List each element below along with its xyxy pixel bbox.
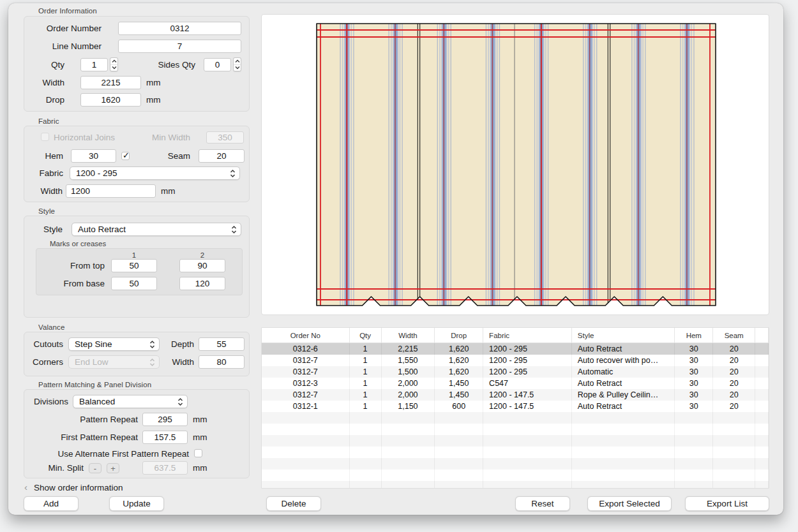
from-top-2-field[interactable]: 90 (179, 259, 225, 272)
table-cell (382, 469, 435, 481)
table-row[interactable]: 0312-711,5001,6201200 - 295Automatic3020 (262, 366, 769, 378)
hem-field[interactable]: 30 (71, 149, 116, 163)
valance-width-field[interactable]: 80 (199, 355, 245, 369)
column-header-qty[interactable]: Qty (350, 328, 382, 343)
table-cell (435, 481, 483, 489)
from-top-1-field[interactable]: 50 (111, 259, 157, 272)
min-width-field[interactable]: 350 (206, 131, 244, 144)
table-cell (675, 469, 713, 481)
min-split-increment-button[interactable]: + (107, 463, 119, 473)
table-cell (572, 458, 675, 469)
valance-section-title: Valance (38, 323, 64, 331)
table-cell: 600 (435, 401, 483, 412)
first-pattern-repeat-label: First Pattern Repeat (24, 431, 138, 444)
table-row[interactable]: 0312-312,0001,450C547Auto Retract3020 (262, 378, 769, 389)
table-cell (675, 447, 713, 458)
column-header-style[interactable]: Style (572, 328, 675, 343)
reset-button[interactable]: Reset (515, 496, 570, 511)
qty-field[interactable]: 1 (80, 58, 108, 71)
export-selected-button[interactable]: Export Selected (587, 496, 672, 511)
first-pattern-repeat-field[interactable]: 157.5 (142, 431, 188, 444)
style-dropdown-value: Auto Retract (78, 225, 230, 234)
fabric-width-field[interactable]: 1200 (66, 184, 156, 198)
add-button[interactable]: Add (24, 496, 79, 511)
line-number-field[interactable]: 7 (118, 40, 241, 53)
hem-checkbox[interactable] (121, 152, 130, 160)
delete-button[interactable]: Delete (266, 496, 321, 511)
table-cell: 1,620 (435, 355, 483, 366)
corners-dropdown[interactable]: End Low (68, 355, 160, 369)
column-header-seam[interactable]: Seam (713, 328, 755, 343)
table-cell: 0312-6 (262, 343, 350, 355)
horizontal-joins-checkbox[interactable] (41, 133, 49, 141)
table-cell: 30 (675, 366, 713, 378)
table-cell: 30 (675, 378, 713, 389)
column-header-fabric[interactable]: Fabric (483, 328, 572, 343)
fabric-label: Fabric (24, 166, 63, 180)
table-cell (262, 435, 350, 447)
width-unit: mm (146, 76, 161, 89)
marks-inner-box: 1 2 From top 50 90 From base 50 120 (36, 248, 243, 295)
table-cell: 2,215 (382, 343, 435, 355)
table-cell: 1,450 (435, 389, 483, 401)
column-header-drop[interactable]: Drop (435, 328, 483, 343)
use-alternate-checkbox[interactable] (194, 449, 202, 457)
min-split-field[interactable]: 637.5 (142, 461, 188, 475)
table-cell: 1,550 (382, 355, 435, 366)
column-header-hem[interactable]: Hem (675, 328, 713, 343)
qty-stepper[interactable] (110, 57, 118, 71)
table-cell (713, 435, 755, 447)
show-order-information-link[interactable]: ‹Show order information (24, 482, 123, 492)
column-header-width[interactable]: Width (382, 328, 435, 343)
divisions-dropdown[interactable]: Balanced (73, 395, 188, 408)
seam-field[interactable]: 20 (199, 149, 245, 163)
table-cell (350, 469, 382, 481)
table-cell (350, 481, 382, 489)
stepper-down-icon (112, 66, 117, 70)
hem-label: Hem (24, 149, 63, 163)
marks-or-creases-label: Marks or creases (50, 239, 139, 248)
table-row[interactable]: 0312-111,1506001200 - 147.5Auto Retract3… (262, 401, 769, 412)
sides-qty-stepper[interactable] (233, 57, 241, 71)
marks-col1-header: 1 (111, 251, 157, 260)
table-cell: 1,620 (435, 366, 483, 378)
from-base-2-field[interactable]: 120 (179, 277, 225, 290)
width-field[interactable]: 2215 (80, 76, 141, 89)
table-cell (755, 355, 769, 366)
min-split-decrement-button[interactable]: - (89, 463, 102, 473)
order-information-group: Order Number 0312 Line Number 7 Qty 1 Si… (24, 16, 250, 112)
table-row[interactable]: 0312-712,0001,4501200 - 147.5Rope & Pull… (262, 389, 769, 401)
fabric-dropdown-value: 1200 - 295 (76, 168, 229, 178)
cutouts-dropdown-value: Step Sine (75, 339, 149, 349)
column-header-spacer[interactable] (755, 328, 769, 343)
table-cell (262, 458, 350, 469)
table-header-row: Order NoQtyWidthDropFabricStyleHemSeam (262, 328, 769, 343)
table-cell (675, 481, 713, 489)
table-cell: 30 (675, 401, 713, 412)
table-cell (350, 435, 382, 447)
table-cell (755, 401, 769, 412)
style-dropdown[interactable]: Auto Retract (72, 223, 241, 236)
order-information-title: Order Information (38, 7, 97, 15)
table-cell (572, 447, 675, 458)
update-button[interactable]: Update (109, 496, 164, 511)
export-list-button[interactable]: Export List (685, 496, 769, 511)
sides-qty-field[interactable]: 0 (204, 58, 231, 71)
table-cell (713, 412, 755, 424)
order-number-field[interactable]: 0312 (118, 22, 241, 35)
fabric-dropdown[interactable]: 1200 - 295 (70, 166, 240, 180)
depth-field[interactable]: 55 (199, 337, 245, 351)
table-row[interactable]: 0312-612,2151,6201200 - 295Auto Retract3… (262, 343, 769, 355)
depth-label: Depth (162, 337, 194, 351)
table-row[interactable]: 0312-711,5501,6201200 - 295Auto recover … (262, 355, 769, 366)
table-cell (350, 412, 382, 424)
drop-field[interactable]: 1620 (80, 93, 141, 107)
column-header-order-no[interactable]: Order No (262, 328, 350, 343)
table-cell: 0312-7 (262, 355, 350, 366)
from-base-1-field[interactable]: 50 (111, 277, 157, 290)
cutouts-dropdown[interactable]: Step Sine (68, 337, 160, 351)
table-cell: 1200 - 295 (483, 355, 572, 366)
fabric-width-label: Width (24, 184, 63, 198)
table-cell (382, 412, 435, 424)
pattern-repeat-field[interactable]: 295 (142, 413, 188, 426)
